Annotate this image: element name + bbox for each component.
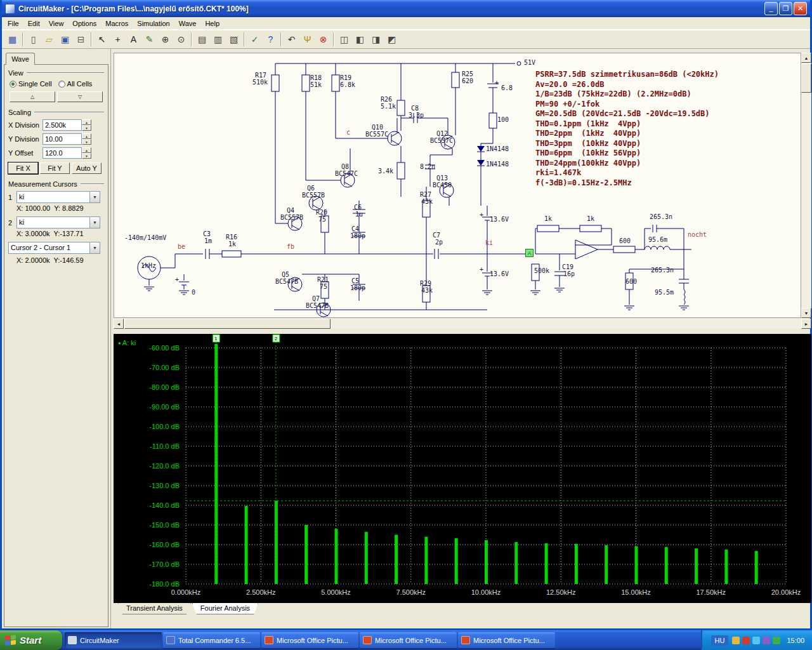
simulation-notes: PSRR=37.5dB szimmetrikusan=86dB (<20kHz)… xyxy=(535,70,719,188)
y-tick-label: -80.00 dB xyxy=(149,383,180,391)
menu-wave[interactable]: Wave xyxy=(174,18,201,29)
next-cell-button[interactable]: ▽ xyxy=(57,91,103,102)
open-file-icon[interactable]: ▱ xyxy=(41,32,57,47)
tab-transient-analysis[interactable]: Transient Analysis xyxy=(118,603,191,614)
probe-marker[interactable]: A xyxy=(525,249,534,257)
task-button-5[interactable]: Microsoft Office Pictu... xyxy=(458,632,555,648)
minimize-button[interactable]: _ xyxy=(764,2,778,15)
tab-fourier-analysis[interactable]: Fourier Analysis xyxy=(192,603,258,614)
schematic-vscrollbar[interactable]: ▲ ▼ xyxy=(801,53,811,318)
component-label: 51V xyxy=(524,60,535,66)
text-tool-icon[interactable]: A xyxy=(126,32,141,47)
single-cell-radio[interactable] xyxy=(10,81,16,88)
x-division-label: X Division xyxy=(8,121,43,129)
previous-cell-button[interactable]: △ xyxy=(10,91,55,102)
save-icon[interactable]: ▣ xyxy=(57,32,73,47)
view-group-label: View xyxy=(8,69,23,77)
new-file-icon[interactable]: ▯ xyxy=(25,32,41,47)
x-division-down-icon[interactable]: ▼ xyxy=(82,125,91,131)
cursor-delta-select[interactable]: Cursor 2 - Cursor 1 ▼ xyxy=(8,242,100,254)
harmonic-bar xyxy=(635,547,638,584)
menu-help[interactable]: Help xyxy=(200,18,224,29)
y-division-up-icon[interactable]: ▲ xyxy=(82,133,91,139)
fourier-plot[interactable]: ●A: ki -60.00 dB-70.00 dB-80.00 dB-90.00… xyxy=(114,334,811,603)
place-part-icon[interactable]: + xyxy=(110,32,126,47)
schematic-canvas[interactable]: R17510kR1851kR196.8kR265.1kC83.3pR25620+… xyxy=(114,53,801,318)
tray-icon-4[interactable] xyxy=(763,637,770,644)
maximize-button[interactable]: ❐ xyxy=(779,2,792,15)
vscroll-thumb[interactable] xyxy=(801,63,811,93)
all-cells-radio[interactable] xyxy=(58,81,65,88)
menu-file[interactable]: File xyxy=(3,18,23,29)
menu-macros[interactable]: Macros xyxy=(101,18,133,29)
y-offset-up-icon[interactable]: ▲ xyxy=(82,147,91,153)
task-button-4[interactable]: Microsoft Office Pictu... xyxy=(360,632,457,648)
component-label: 16p xyxy=(563,271,575,277)
edit-tool-icon[interactable]: ✎ xyxy=(141,32,157,47)
chevron-down-icon[interactable]: ▼ xyxy=(89,242,100,253)
tray-icon-2[interactable] xyxy=(742,637,750,644)
start-button[interactable]: Start xyxy=(0,630,62,650)
close-button[interactable]: ✕ xyxy=(794,2,807,15)
menu-view[interactable]: View xyxy=(44,18,69,29)
wave-panel: Wave View Single Cell All Cells △ ▽ xyxy=(2,49,111,628)
zoom-page-icon[interactable]: ▤ xyxy=(194,32,210,47)
tray-icon-3[interactable] xyxy=(752,637,760,644)
chevron-down-icon[interactable]: ▼ xyxy=(89,217,100,228)
simulation-check-icon[interactable]: ✓ xyxy=(247,32,263,47)
stop-simulation-icon[interactable]: ⊗ xyxy=(315,32,331,47)
chevron-down-icon[interactable]: ▼ xyxy=(89,192,100,202)
select-tool-icon[interactable]: ↖ xyxy=(94,32,110,47)
reset-icon[interactable]: ↶ xyxy=(284,32,299,47)
task-button-1[interactable]: CircuitMaker xyxy=(65,632,162,648)
component-label: 620 xyxy=(462,78,473,84)
y-offset-down-icon[interactable]: ▼ xyxy=(82,153,91,159)
probe-tool-icon[interactable]: Ψ xyxy=(299,32,315,47)
x-division-up-icon[interactable]: ▲ xyxy=(82,119,91,125)
menu-simulation[interactable]: Simulation xyxy=(133,18,174,29)
zoom-tool-icon[interactable]: ⊙ xyxy=(173,32,189,47)
digital-display-icon[interactable]: ◧ xyxy=(352,32,368,47)
component-label: C4 xyxy=(351,226,359,232)
scroll-up-icon[interactable]: ▲ xyxy=(801,53,811,63)
zoom-area-icon[interactable]: ▧ xyxy=(226,32,242,47)
harmonic-bar xyxy=(365,532,368,584)
y-division-down-icon[interactable]: ▼ xyxy=(82,139,91,145)
component-label: BC547C xyxy=(335,171,358,177)
tray-icon-5[interactable] xyxy=(773,637,780,644)
y-division-input[interactable] xyxy=(43,133,82,145)
bode-window-icon[interactable]: ◨ xyxy=(368,32,384,47)
mixed-window-icon[interactable]: ◩ xyxy=(384,32,400,47)
help-icon[interactable]: ? xyxy=(263,32,278,47)
scroll-right-icon[interactable]: ► xyxy=(801,319,811,329)
task-app-icon xyxy=(461,636,470,644)
fit-x-button[interactable]: Fit X xyxy=(8,162,38,174)
hscroll-thumb[interactable] xyxy=(124,319,331,329)
parts-browser-icon[interactable]: ▦ xyxy=(4,32,20,47)
zoom-in-icon[interactable]: ⊕ xyxy=(157,32,173,47)
x-division-input[interactable] xyxy=(43,119,82,131)
title-bar[interactable]: CircuitMaker - [C:\Program Files\...\nag… xyxy=(2,0,810,17)
harmonic-bar xyxy=(424,537,428,584)
tab-wave[interactable]: Wave xyxy=(6,53,35,65)
fit-y-button[interactable]: Fit Y xyxy=(40,162,70,174)
scroll-left-icon[interactable]: ◄ xyxy=(114,319,124,329)
cursor-2-signal-select[interactable]: ki ▼ xyxy=(16,216,100,229)
y-division-label: Y Division xyxy=(8,135,43,143)
menu-options[interactable]: Options xyxy=(68,18,101,29)
tray-icon-1[interactable] xyxy=(732,637,740,644)
task-button-3[interactable]: Microsoft Office Pictu... xyxy=(261,632,358,648)
task-button-2[interactable]: Total Commander 6.5... xyxy=(163,632,260,648)
harmonic-bar xyxy=(485,540,488,584)
cursor-1-signal-select[interactable]: ki ▼ xyxy=(16,191,100,203)
auto-y-button[interactable]: Auto Y xyxy=(72,162,102,174)
component-label: R16 xyxy=(226,234,237,241)
scope-window-icon[interactable]: ◫ xyxy=(336,32,352,47)
y-offset-input[interactable] xyxy=(43,147,82,159)
zoom-fit-icon[interactable]: ▥ xyxy=(210,32,226,47)
schematic-hscrollbar[interactable]: ◄ ► xyxy=(114,319,811,329)
scroll-down-icon[interactable]: ▼ xyxy=(801,308,811,318)
language-indicator[interactable]: HU xyxy=(711,635,729,646)
print-icon[interactable]: ⊟ xyxy=(73,32,89,47)
menu-edit[interactable]: Edit xyxy=(23,18,44,29)
